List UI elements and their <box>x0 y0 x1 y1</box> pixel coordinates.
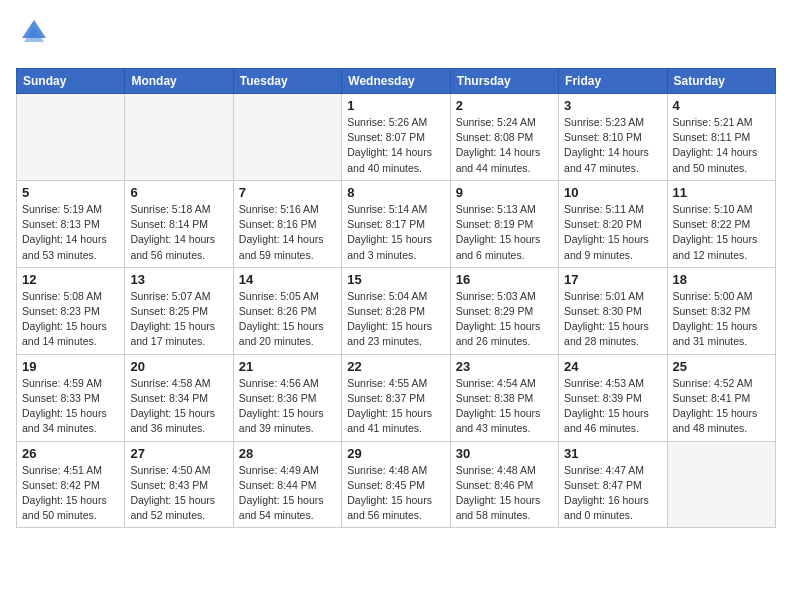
day-info: Sunrise: 5:08 AM Sunset: 8:23 PM Dayligh… <box>22 289 119 350</box>
calendar-cell: 4Sunrise: 5:21 AM Sunset: 8:11 PM Daylig… <box>667 94 775 181</box>
day-info: Sunrise: 5:16 AM Sunset: 8:16 PM Dayligh… <box>239 202 336 263</box>
day-number: 1 <box>347 98 444 113</box>
day-info: Sunrise: 4:59 AM Sunset: 8:33 PM Dayligh… <box>22 376 119 437</box>
day-number: 15 <box>347 272 444 287</box>
calendar-week-3: 12Sunrise: 5:08 AM Sunset: 8:23 PM Dayli… <box>17 267 776 354</box>
day-number: 14 <box>239 272 336 287</box>
day-info: Sunrise: 5:04 AM Sunset: 8:28 PM Dayligh… <box>347 289 444 350</box>
page-header <box>16 16 776 56</box>
day-number: 21 <box>239 359 336 374</box>
day-info: Sunrise: 5:10 AM Sunset: 8:22 PM Dayligh… <box>673 202 770 263</box>
col-header-wednesday: Wednesday <box>342 69 450 94</box>
day-info: Sunrise: 5:03 AM Sunset: 8:29 PM Dayligh… <box>456 289 553 350</box>
day-number: 24 <box>564 359 661 374</box>
calendar-cell: 13Sunrise: 5:07 AM Sunset: 8:25 PM Dayli… <box>125 267 233 354</box>
day-number: 3 <box>564 98 661 113</box>
day-info: Sunrise: 4:55 AM Sunset: 8:37 PM Dayligh… <box>347 376 444 437</box>
day-info: Sunrise: 4:54 AM Sunset: 8:38 PM Dayligh… <box>456 376 553 437</box>
day-info: Sunrise: 4:56 AM Sunset: 8:36 PM Dayligh… <box>239 376 336 437</box>
day-number: 12 <box>22 272 119 287</box>
calendar-week-1: 1Sunrise: 5:26 AM Sunset: 8:07 PM Daylig… <box>17 94 776 181</box>
day-info: Sunrise: 5:07 AM Sunset: 8:25 PM Dayligh… <box>130 289 227 350</box>
day-number: 7 <box>239 185 336 200</box>
day-number: 27 <box>130 446 227 461</box>
day-info: Sunrise: 5:11 AM Sunset: 8:20 PM Dayligh… <box>564 202 661 263</box>
day-number: 26 <box>22 446 119 461</box>
calendar-cell: 8Sunrise: 5:14 AM Sunset: 8:17 PM Daylig… <box>342 180 450 267</box>
calendar-cell: 17Sunrise: 5:01 AM Sunset: 8:30 PM Dayli… <box>559 267 667 354</box>
calendar-cell <box>667 441 775 528</box>
calendar-cell: 24Sunrise: 4:53 AM Sunset: 8:39 PM Dayli… <box>559 354 667 441</box>
day-info: Sunrise: 5:24 AM Sunset: 8:08 PM Dayligh… <box>456 115 553 176</box>
day-info: Sunrise: 5:14 AM Sunset: 8:17 PM Dayligh… <box>347 202 444 263</box>
calendar-cell: 12Sunrise: 5:08 AM Sunset: 8:23 PM Dayli… <box>17 267 125 354</box>
col-header-friday: Friday <box>559 69 667 94</box>
calendar-cell: 26Sunrise: 4:51 AM Sunset: 8:42 PM Dayli… <box>17 441 125 528</box>
day-info: Sunrise: 5:18 AM Sunset: 8:14 PM Dayligh… <box>130 202 227 263</box>
day-number: 6 <box>130 185 227 200</box>
calendar-week-4: 19Sunrise: 4:59 AM Sunset: 8:33 PM Dayli… <box>17 354 776 441</box>
col-header-monday: Monday <box>125 69 233 94</box>
calendar-cell: 31Sunrise: 4:47 AM Sunset: 8:47 PM Dayli… <box>559 441 667 528</box>
day-info: Sunrise: 5:21 AM Sunset: 8:11 PM Dayligh… <box>673 115 770 176</box>
calendar-cell: 14Sunrise: 5:05 AM Sunset: 8:26 PM Dayli… <box>233 267 341 354</box>
calendar-cell: 10Sunrise: 5:11 AM Sunset: 8:20 PM Dayli… <box>559 180 667 267</box>
day-number: 17 <box>564 272 661 287</box>
day-info: Sunrise: 5:01 AM Sunset: 8:30 PM Dayligh… <box>564 289 661 350</box>
calendar-cell: 19Sunrise: 4:59 AM Sunset: 8:33 PM Dayli… <box>17 354 125 441</box>
col-header-tuesday: Tuesday <box>233 69 341 94</box>
day-number: 25 <box>673 359 770 374</box>
calendar-cell: 9Sunrise: 5:13 AM Sunset: 8:19 PM Daylig… <box>450 180 558 267</box>
day-info: Sunrise: 4:51 AM Sunset: 8:42 PM Dayligh… <box>22 463 119 524</box>
calendar-header-row: SundayMondayTuesdayWednesdayThursdayFrid… <box>17 69 776 94</box>
day-info: Sunrise: 4:48 AM Sunset: 8:45 PM Dayligh… <box>347 463 444 524</box>
calendar-cell: 28Sunrise: 4:49 AM Sunset: 8:44 PM Dayli… <box>233 441 341 528</box>
day-info: Sunrise: 4:52 AM Sunset: 8:41 PM Dayligh… <box>673 376 770 437</box>
day-number: 28 <box>239 446 336 461</box>
day-info: Sunrise: 5:00 AM Sunset: 8:32 PM Dayligh… <box>673 289 770 350</box>
calendar-week-5: 26Sunrise: 4:51 AM Sunset: 8:42 PM Dayli… <box>17 441 776 528</box>
day-number: 4 <box>673 98 770 113</box>
day-info: Sunrise: 5:26 AM Sunset: 8:07 PM Dayligh… <box>347 115 444 176</box>
day-number: 19 <box>22 359 119 374</box>
day-info: Sunrise: 5:05 AM Sunset: 8:26 PM Dayligh… <box>239 289 336 350</box>
col-header-saturday: Saturday <box>667 69 775 94</box>
logo <box>16 16 58 56</box>
day-number: 23 <box>456 359 553 374</box>
col-header-sunday: Sunday <box>17 69 125 94</box>
day-info: Sunrise: 5:23 AM Sunset: 8:10 PM Dayligh… <box>564 115 661 176</box>
calendar-cell: 6Sunrise: 5:18 AM Sunset: 8:14 PM Daylig… <box>125 180 233 267</box>
calendar-cell: 16Sunrise: 5:03 AM Sunset: 8:29 PM Dayli… <box>450 267 558 354</box>
day-number: 30 <box>456 446 553 461</box>
day-info: Sunrise: 4:48 AM Sunset: 8:46 PM Dayligh… <box>456 463 553 524</box>
day-number: 13 <box>130 272 227 287</box>
day-info: Sunrise: 4:49 AM Sunset: 8:44 PM Dayligh… <box>239 463 336 524</box>
calendar-cell: 2Sunrise: 5:24 AM Sunset: 8:08 PM Daylig… <box>450 94 558 181</box>
calendar-table: SundayMondayTuesdayWednesdayThursdayFrid… <box>16 68 776 528</box>
calendar-cell: 27Sunrise: 4:50 AM Sunset: 8:43 PM Dayli… <box>125 441 233 528</box>
day-info: Sunrise: 5:19 AM Sunset: 8:13 PM Dayligh… <box>22 202 119 263</box>
day-number: 8 <box>347 185 444 200</box>
calendar-cell: 30Sunrise: 4:48 AM Sunset: 8:46 PM Dayli… <box>450 441 558 528</box>
day-number: 5 <box>22 185 119 200</box>
day-info: Sunrise: 4:58 AM Sunset: 8:34 PM Dayligh… <box>130 376 227 437</box>
calendar-cell: 29Sunrise: 4:48 AM Sunset: 8:45 PM Dayli… <box>342 441 450 528</box>
day-info: Sunrise: 5:13 AM Sunset: 8:19 PM Dayligh… <box>456 202 553 263</box>
logo-icon <box>16 16 52 56</box>
col-header-thursday: Thursday <box>450 69 558 94</box>
day-number: 18 <box>673 272 770 287</box>
day-number: 29 <box>347 446 444 461</box>
calendar-week-2: 5Sunrise: 5:19 AM Sunset: 8:13 PM Daylig… <box>17 180 776 267</box>
calendar-cell: 3Sunrise: 5:23 AM Sunset: 8:10 PM Daylig… <box>559 94 667 181</box>
day-number: 16 <box>456 272 553 287</box>
calendar-cell: 15Sunrise: 5:04 AM Sunset: 8:28 PM Dayli… <box>342 267 450 354</box>
day-info: Sunrise: 4:53 AM Sunset: 8:39 PM Dayligh… <box>564 376 661 437</box>
calendar-cell: 21Sunrise: 4:56 AM Sunset: 8:36 PM Dayli… <box>233 354 341 441</box>
day-number: 11 <box>673 185 770 200</box>
day-info: Sunrise: 4:47 AM Sunset: 8:47 PM Dayligh… <box>564 463 661 524</box>
calendar-cell <box>233 94 341 181</box>
calendar-cell: 23Sunrise: 4:54 AM Sunset: 8:38 PM Dayli… <box>450 354 558 441</box>
calendar-cell: 5Sunrise: 5:19 AM Sunset: 8:13 PM Daylig… <box>17 180 125 267</box>
calendar-cell <box>17 94 125 181</box>
day-number: 22 <box>347 359 444 374</box>
